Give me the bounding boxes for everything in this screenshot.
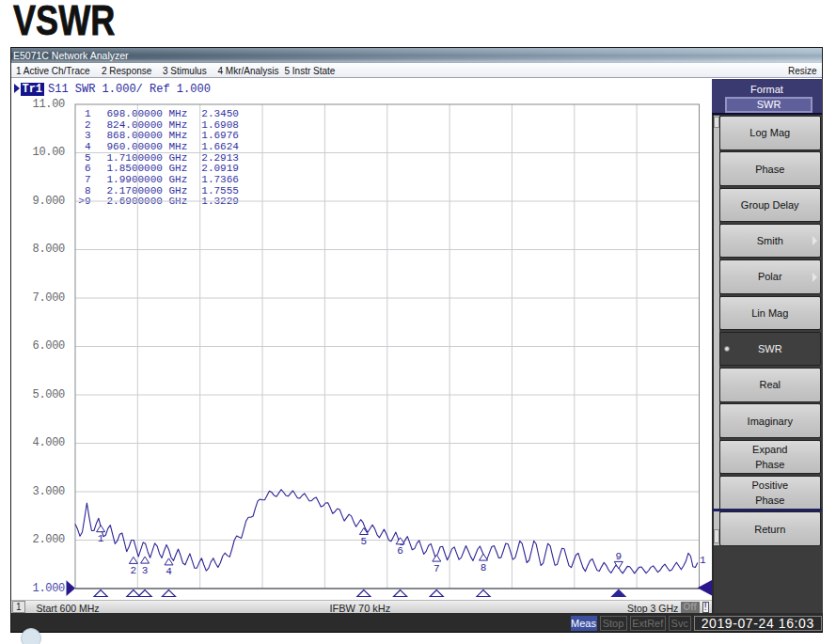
svg-text:6: 6 <box>397 545 403 557</box>
svg-text:4: 4 <box>166 566 172 577</box>
svg-text:5: 5 <box>361 536 368 547</box>
svg-text:1: 1 <box>700 555 706 566</box>
svg-text:7: 7 <box>434 563 440 574</box>
svg-text:8: 8 <box>481 562 487 573</box>
svg-text:2: 2 <box>131 565 137 576</box>
svg-text:9: 9 <box>615 551 622 562</box>
svg-text:3: 3 <box>142 565 149 576</box>
svg-text:1: 1 <box>98 533 104 544</box>
